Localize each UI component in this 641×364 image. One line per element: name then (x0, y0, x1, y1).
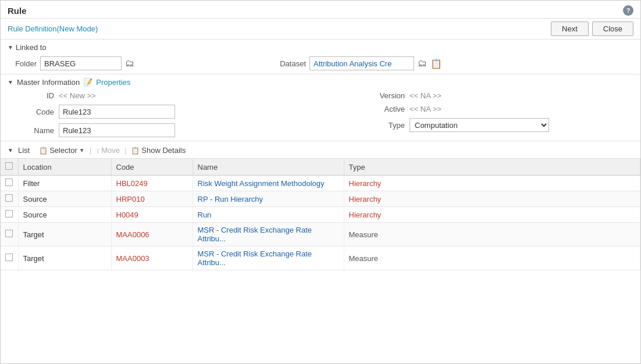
row-checkbox[interactable] (5, 179, 13, 186)
dataset-browse-icon[interactable]: 🗂 (418, 58, 427, 69)
row-code[interactable]: H0049 (111, 207, 193, 223)
header-name: Name (193, 159, 344, 176)
row-name[interactable]: Run (193, 207, 344, 223)
table-row: Target MAA0006 MSR - Credit Risk Exchang… (1, 223, 640, 247)
chevron-down-icon[interactable]: ▼ (8, 44, 13, 51)
header-location: Location (18, 159, 111, 176)
type-select[interactable]: Computation Allocation (409, 118, 549, 132)
row-checkbox-cell (1, 223, 18, 247)
row-location: Source (18, 191, 111, 207)
selector-button[interactable]: Selector (49, 146, 77, 155)
table-row: Source H0049 Run Hierarchy (1, 207, 640, 223)
properties-icon: 📝 (83, 78, 92, 87)
row-type: Hierarchy (344, 207, 640, 223)
code-label: Code (8, 108, 54, 116)
table-row: Source HRP010 RP - Run Hierarchy Hierarc… (1, 191, 640, 207)
folder-browse-icon[interactable]: 🗂 (125, 58, 134, 69)
version-label: Version (367, 91, 405, 100)
show-details-button[interactable]: Show Details (141, 146, 186, 155)
page-subtitle: Rule Definition(New Mode) (8, 24, 98, 33)
id-label: ID (8, 91, 54, 100)
name-input[interactable] (59, 123, 175, 137)
row-checkbox[interactable] (5, 210, 13, 217)
row-checkbox-cell (1, 176, 18, 191)
row-checkbox[interactable] (5, 194, 13, 202)
table-row: Filter HBL0249 Risk Weight Assignment Me… (1, 176, 640, 191)
row-checkbox[interactable] (5, 254, 13, 261)
row-type: Hierarchy (344, 176, 640, 191)
row-name[interactable]: MSR - Credit Risk Exchange Rate Attribu.… (193, 223, 344, 247)
list-table: Location Code Name Type Filter HBL0249 R… (1, 159, 640, 270)
list-label: List (18, 146, 30, 155)
header-checkbox-col (1, 159, 18, 176)
close-button[interactable]: Close (592, 22, 633, 36)
row-code[interactable]: HRP010 (111, 191, 193, 207)
dataset-info-icon[interactable]: 📋 (430, 58, 442, 69)
type-label: Type (367, 121, 405, 130)
selector-dropdown-icon[interactable]: ▼ (79, 147, 85, 154)
master-info-label: Master Information (17, 78, 80, 87)
folder-input[interactable] (40, 56, 122, 70)
row-name[interactable]: MSR - Credit Risk Exchange Rate Attribu.… (193, 247, 344, 270)
row-code[interactable]: HBL0249 (111, 176, 193, 191)
row-location: Target (18, 223, 111, 247)
help-icon[interactable]: ? (623, 5, 633, 16)
dataset-input[interactable] (309, 56, 414, 70)
properties-link[interactable]: Properties (96, 78, 130, 87)
id-value: << New >> (59, 91, 96, 100)
next-button[interactable]: Next (551, 22, 589, 36)
page-container: Rule ? Rule Definition(New Mode) Next Cl… (0, 0, 641, 364)
table-header-row: Location Code Name Type (1, 159, 640, 176)
row-checkbox-cell (1, 191, 18, 207)
selector-icon: 📋 (39, 147, 48, 155)
folder-label: Folder (8, 59, 37, 68)
linked-to-label: Linked to (16, 43, 47, 52)
row-name[interactable]: Risk Weight Assignment Methodology (193, 176, 344, 191)
move-button[interactable]: Move (101, 146, 120, 155)
header-checkbox[interactable] (5, 162, 13, 170)
show-details-icon: 📋 (131, 147, 140, 155)
row-checkbox-cell (1, 247, 18, 270)
chevron-master-icon[interactable]: ▼ (8, 79, 13, 85)
separator-1: | (90, 146, 91, 155)
row-checkbox[interactable] (5, 230, 13, 237)
separator-2: | (124, 146, 126, 155)
header-type: Type (344, 159, 640, 176)
row-code[interactable]: MAA0006 (111, 223, 193, 247)
version-value: << NA >> (409, 91, 441, 100)
row-type: Measure (344, 247, 640, 270)
row-location: Filter (18, 176, 111, 191)
active-label: Active (367, 105, 405, 113)
row-location: Source (18, 207, 111, 223)
dataset-label: Dataset (274, 59, 306, 68)
move-icon: ↕ (96, 147, 99, 155)
row-location: Target (18, 247, 111, 270)
name-label: Name (8, 126, 54, 135)
row-type: Measure (344, 223, 640, 247)
row-code[interactable]: MAA0003 (111, 247, 193, 270)
code-input[interactable] (59, 105, 175, 119)
chevron-list-icon[interactable]: ▼ (8, 147, 13, 154)
table-row: Target MAA0003 MSR - Credit Risk Exchang… (1, 247, 640, 270)
list-table-container: Location Code Name Type Filter HBL0249 R… (1, 159, 640, 363)
page-title: Rule (8, 6, 27, 16)
row-type: Hierarchy (344, 191, 640, 207)
row-name[interactable]: RP - Run Hierarchy (193, 191, 344, 207)
active-value: << NA >> (409, 105, 441, 113)
header-code: Code (111, 159, 193, 176)
row-checkbox-cell (1, 207, 18, 223)
